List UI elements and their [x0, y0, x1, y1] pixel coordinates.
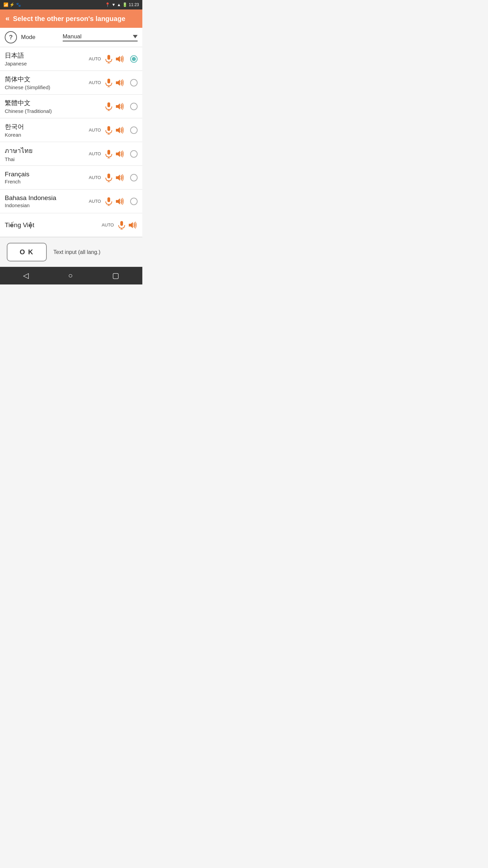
home-nav-icon[interactable]: ○: [68, 271, 73, 280]
language-icons: AUTO: [89, 173, 138, 182]
radio-button[interactable]: [130, 126, 138, 134]
language-icons: AUTO: [89, 197, 138, 206]
language-english-name: Chinese (Traditional): [5, 108, 105, 114]
language-icons: AUTO: [89, 55, 138, 63]
auto-label: AUTO: [89, 56, 101, 61]
language-row[interactable]: 日本語JapaneseAUTO: [0, 47, 142, 71]
speaker-icon[interactable]: [115, 79, 125, 86]
svg-rect-24: [107, 197, 110, 202]
mode-label: Mode: [21, 34, 59, 41]
language-english-name: Thai: [5, 156, 89, 162]
svg-marker-15: [116, 127, 120, 133]
svg-marker-3: [116, 56, 120, 62]
auto-label: AUTO: [89, 151, 101, 156]
speaker-icon[interactable]: [115, 174, 125, 181]
speaker-icon[interactable]: [115, 150, 125, 158]
language-text: Tiếng Việt: [5, 221, 102, 229]
radio-button[interactable]: [130, 198, 138, 205]
language-english-name: Indonesian: [5, 202, 89, 208]
svg-rect-12: [107, 126, 110, 131]
language-icons: AUTO: [89, 78, 138, 87]
language-icons: AUTO: [89, 126, 138, 135]
speaker-icon[interactable]: [115, 103, 125, 110]
svg-rect-20: [107, 174, 110, 178]
auto-label: AUTO: [89, 175, 101, 180]
language-text: 日本語Japanese: [5, 51, 89, 66]
language-text: ภาษาไทยThai: [5, 145, 89, 162]
language-row[interactable]: 简体中文Chinese (Simplified)AUTO: [0, 71, 142, 95]
nav-bar: ◁ ○ ▢: [0, 267, 142, 284]
mode-value: Manual: [63, 33, 82, 40]
auto-label: AUTO: [102, 222, 114, 228]
svg-rect-8: [107, 102, 110, 107]
language-row[interactable]: FrançaisFrenchAUTO: [0, 166, 142, 190]
speaker-icon[interactable]: [115, 126, 125, 134]
language-native-name: Français: [5, 171, 89, 178]
radio-button[interactable]: [130, 174, 138, 181]
status-right: 📍 ▼ ▲ 🔋 11:23: [105, 2, 139, 7]
radio-button[interactable]: [130, 55, 138, 63]
mic-icon[interactable]: [105, 55, 113, 63]
svg-rect-4: [107, 79, 110, 83]
language-list: 日本語JapaneseAUTO 简体中文Chinese (Simplified)…: [0, 47, 142, 237]
radio-button[interactable]: [130, 79, 138, 86]
language-english-name: Korean: [5, 132, 89, 138]
svg-marker-7: [116, 80, 120, 86]
back-nav-icon[interactable]: ◁: [23, 271, 29, 280]
mode-selector[interactable]: Manual: [63, 33, 138, 41]
radio-button[interactable]: [130, 150, 138, 158]
back-button[interactable]: «: [5, 14, 9, 23]
mic-icon[interactable]: [105, 126, 113, 135]
svg-marker-27: [116, 198, 120, 204]
auto-label: AUTO: [89, 199, 101, 204]
language-row[interactable]: 繁體中文Chinese (Traditional): [0, 95, 142, 118]
language-native-name: 한국어: [5, 122, 89, 131]
mic-icon[interactable]: [105, 173, 113, 182]
language-icons: AUTO: [102, 221, 138, 230]
location-icon: 📍: [105, 2, 110, 7]
bottom-bar: O K Text input (all lang.): [0, 237, 142, 267]
mic-icon[interactable]: [105, 197, 113, 206]
speaker-icon[interactable]: [115, 198, 125, 205]
svg-marker-11: [116, 103, 120, 110]
svg-rect-16: [107, 150, 110, 155]
text-input-label: Text input (all lang.): [54, 249, 101, 255]
status-left: 📶 ⚡ 🐾: [3, 2, 21, 7]
language-native-name: Tiếng Việt: [5, 221, 102, 229]
language-native-name: Bahasa Indonesia: [5, 194, 89, 202]
mic-icon[interactable]: [105, 102, 113, 111]
svg-marker-19: [116, 151, 120, 157]
language-text: Bahasa IndonesiaIndonesian: [5, 194, 89, 208]
status-bar: 📶 ⚡ 🐾 📍 ▼ ▲ 🔋 11:23: [0, 0, 142, 9]
language-text: 한국어Korean: [5, 122, 89, 138]
auto-label: AUTO: [89, 80, 101, 85]
mic-icon[interactable]: [105, 150, 113, 158]
speaker-icon[interactable]: [115, 55, 125, 63]
mic-icon[interactable]: [118, 221, 125, 230]
language-row[interactable]: ภาษาไทยThaiAUTO: [0, 142, 142, 166]
recent-nav-icon[interactable]: ▢: [112, 271, 119, 280]
mode-row: ? Mode Manual: [0, 28, 142, 47]
radio-button[interactable]: [130, 103, 138, 110]
svg-rect-28: [120, 221, 123, 226]
svg-marker-23: [116, 175, 120, 181]
ok-button[interactable]: O K: [7, 243, 47, 261]
language-icons: AUTO: [89, 150, 138, 158]
language-native-name: 日本語: [5, 51, 89, 60]
mic-icon[interactable]: [105, 78, 113, 87]
language-english-name: Japanese: [5, 61, 89, 66]
signal-icon: ▼: [111, 2, 116, 7]
svg-marker-31: [129, 222, 133, 228]
language-row[interactable]: Bahasa IndonesiaIndonesianAUTO: [0, 190, 142, 213]
speaker-icon[interactable]: [128, 221, 138, 229]
language-native-name: ภาษาไทย: [5, 145, 89, 156]
language-row[interactable]: Tiếng ViệtAUTO: [0, 213, 142, 237]
time-display: 11:23: [129, 2, 139, 7]
dropdown-arrow-icon: [133, 35, 138, 38]
notification-icons: 📶 ⚡ 🐾: [3, 2, 21, 7]
language-english-name: Chinese (Simplified): [5, 84, 89, 90]
language-text: 繁體中文Chinese (Traditional): [5, 99, 105, 114]
language-row[interactable]: 한국어KoreanAUTO: [0, 118, 142, 142]
page-title: Select the other person's language: [13, 15, 125, 23]
help-icon[interactable]: ?: [5, 31, 17, 43]
